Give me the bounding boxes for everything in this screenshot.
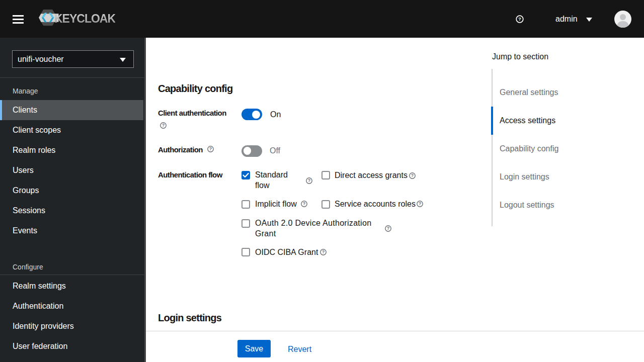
- svg-text:?: ?: [387, 226, 390, 231]
- svg-text:?: ?: [411, 173, 414, 178]
- svg-text:?: ?: [322, 249, 325, 254]
- svg-text:?: ?: [209, 146, 212, 151]
- svg-text:?: ?: [308, 178, 311, 183]
- svg-text:?: ?: [419, 201, 422, 206]
- svg-text:?: ?: [518, 16, 521, 22]
- svg-text:?: ?: [162, 123, 165, 128]
- svg-text:?: ?: [303, 201, 306, 206]
